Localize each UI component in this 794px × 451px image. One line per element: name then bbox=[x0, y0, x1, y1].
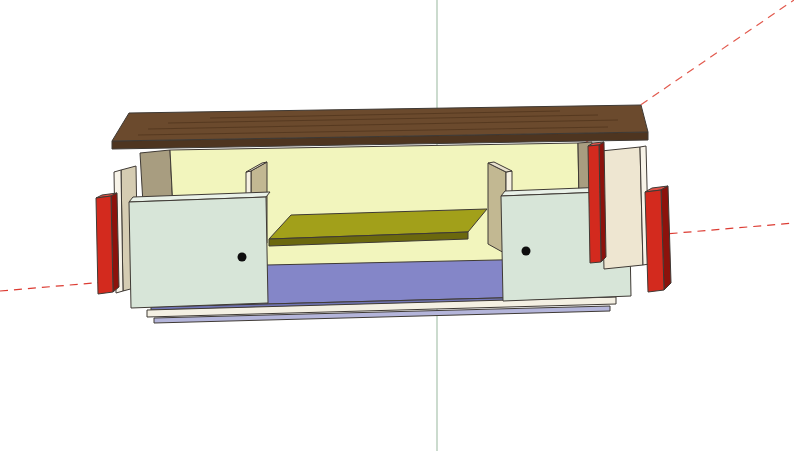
door-right-knob[interactable] bbox=[522, 247, 531, 256]
model-canvas[interactable] bbox=[0, 0, 794, 451]
model-viewport[interactable] bbox=[0, 0, 794, 451]
leg-rear-right-front-face[interactable] bbox=[588, 145, 601, 263]
leg-front-right-front-face[interactable] bbox=[645, 190, 664, 292]
leg-front-left-front-face[interactable] bbox=[96, 196, 113, 294]
door-left-knob[interactable] bbox=[238, 253, 247, 262]
door-left-face[interactable] bbox=[129, 197, 268, 308]
side-panel-right-face[interactable] bbox=[601, 147, 643, 269]
